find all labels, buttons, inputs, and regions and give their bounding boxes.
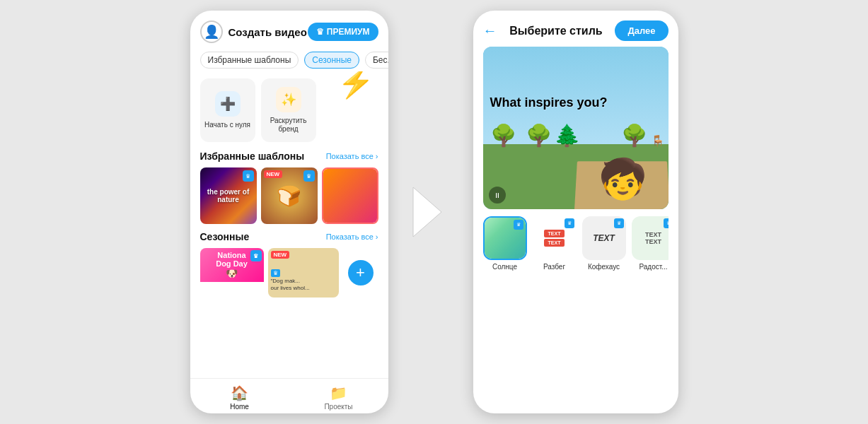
start-from-scratch-card[interactable]: ➕ Начать с нуля (200, 78, 255, 142)
razberg-text-block1: TEXT (544, 230, 565, 237)
razberg-label: Разбег (543, 263, 565, 271)
dog-new-badge: NEW (271, 251, 290, 259)
template-grid: ➕ Начать с нуля ✨ Раскрутить бренд ⚡ (190, 71, 388, 146)
right-phone: ← Выберите стиль Далее 🌳 🌳 🌲 🌳 🪑 🧒 What … (473, 11, 678, 413)
left-phone: 👤 Создать видео ♛ ПРЕМИУМ Избранные шабл… (190, 11, 388, 413)
featured-cards-row: ♛ the power of nature NEW ♛ 🍞 (190, 165, 388, 227)
premium-button[interactable]: ♛ ПРЕМИУМ (308, 23, 378, 41)
coffee-label: Кофехаус (588, 263, 620, 271)
plus-circle-icon: + (348, 260, 374, 285)
next-button[interactable]: Далее (615, 20, 668, 41)
food-card[interactable]: NEW ♛ 🍞 (261, 167, 318, 224)
coffee-crown-badge: ♛ (614, 218, 624, 228)
left-phone-header: 👤 Создать видео ♛ ПРЕМИУМ (190, 11, 388, 49)
next-arrow-icon (410, 184, 452, 240)
tree1-icon: 🌳 (490, 123, 516, 148)
home-icon: 🏠 (231, 384, 248, 401)
style-coffee[interactable]: TEXT ♛ Кофехаус (582, 216, 626, 271)
nature-text: the power of nature (200, 185, 257, 206)
tab-seasonal[interactable]: Сезонные (304, 52, 359, 69)
dog-crown-badge: ♛ (250, 250, 262, 261)
joy-preview-box: TEXTTEXT ♛ (632, 216, 669, 260)
razberg-preview-box: TEXT TEXT ♛ (533, 216, 577, 260)
seasonal-section-header: Сезонные Показать все › (190, 227, 388, 245)
nav-projects[interactable]: 📁 Проекты (289, 384, 388, 411)
joy-crown-badge: ♛ (664, 218, 669, 228)
projects-label: Проекты (324, 403, 352, 411)
scratch-label: Начать с нуля (204, 121, 250, 129)
nature-crown-badge: ♛ (243, 170, 254, 182)
dog-day-title: NationaDog Day (216, 251, 248, 268)
style-grid: ♛ Солнце TEXT TEXT ♛ Разбег (483, 216, 669, 271)
video-controls: ⏸ (489, 187, 506, 204)
lightning-icon: ⚡ (337, 71, 374, 98)
tab-featured[interactable]: Избранные шаблоны (200, 52, 299, 69)
folder-icon: 📁 (330, 384, 347, 401)
back-button[interactable]: ← (483, 23, 497, 39)
bottom-nav: 🏠 Home 📁 Проекты (190, 378, 388, 413)
joy-label: Радост... (639, 263, 667, 271)
tab-free[interactable]: Бес... (365, 52, 388, 69)
video-text-overlay: What inspires you? (490, 95, 613, 111)
header-left: 👤 Создать видео (200, 20, 307, 43)
joy-content: TEXTTEXT (632, 216, 669, 260)
video-overlay-text: What inspires you? (490, 95, 613, 111)
abstract-card[interactable] (322, 167, 378, 224)
pause-button[interactable]: ⏸ (489, 187, 506, 204)
razberg-text-block2: TEXT (544, 239, 565, 247)
arrow-container (410, 184, 452, 240)
style-sun[interactable]: ♛ Солнце (483, 216, 527, 271)
tree2-icon: 🌳 (526, 123, 552, 148)
featured-show-all[interactable]: Показать все › (326, 152, 378, 160)
select-style-title: Выберите стиль (509, 25, 602, 37)
star-icon: ✨ (276, 87, 301, 112)
dog-quote-text: "Dog mak...our lives whol... (271, 278, 336, 291)
seasonal-cards-row: ♛ NationaDog Day 🐶 NEW ♛ "Dog mak...our … (190, 245, 388, 300)
dog-emoji: 🐶 (226, 268, 238, 279)
seasonal-title: Сезонные (200, 231, 250, 242)
create-video-title: Создать видео (228, 26, 307, 38)
coffee-preview-box: TEXT ♛ (582, 216, 626, 260)
seasonal-show-all[interactable]: Показать все › (326, 232, 378, 241)
food-crown-badge: ♛ (303, 170, 315, 182)
featured-section-header: Избранные шаблоны Показать все › (190, 146, 388, 165)
video-preview: 🌳 🌳 🌲 🌳 🪑 🧒 What inspires you? ⏸ (483, 47, 669, 209)
park-background: 🌳 🌳 🌲 🌳 🪑 🧒 (483, 47, 669, 209)
dog-quote-card[interactable]: NEW ♛ "Dog mak...our lives whol... (268, 248, 339, 298)
svg-marker-0 (413, 187, 441, 237)
home-label: Home (230, 403, 249, 411)
coffee-text-icon: TEXT (593, 233, 615, 243)
right-phone-header: ← Выберите стиль Далее (473, 11, 678, 47)
new-badge: NEW (264, 170, 283, 178)
style-section: ♛ Солнце TEXT TEXT ♛ Разбег (473, 209, 678, 413)
sun-preview: ♛ (483, 216, 527, 260)
user-avatar-icon[interactable]: 👤 (200, 20, 223, 43)
tree4-icon: 🌳 (621, 123, 647, 148)
add-card-button[interactable]: + (343, 248, 378, 298)
girl-figure-icon: 🧒 (598, 156, 647, 202)
national-dog-day-card[interactable]: ♛ NationaDog Day 🐶 (200, 248, 264, 298)
brand-card[interactable]: ✨ Раскрутить бренд (261, 78, 316, 142)
razberg-crown-badge: ♛ (565, 218, 574, 228)
category-tabs: Избранные шаблоны Сезонные Бес... (190, 49, 388, 71)
nav-home[interactable]: 🏠 Home (190, 384, 289, 411)
dog-quote-badge: ♛ (271, 265, 336, 278)
style-joy[interactable]: TEXTTEXT ♛ Радост... (632, 216, 669, 271)
bench-icon: 🪑 (651, 134, 665, 148)
plus-icon: ➕ (215, 91, 241, 117)
tree3-icon: 🌲 (554, 123, 580, 148)
sun-crown-badge: ♛ (514, 220, 523, 230)
brand-label: Раскрутить бренд (261, 117, 316, 134)
style-razberg[interactable]: TEXT TEXT ♛ Разбег (533, 216, 577, 271)
crown-icon: ♛ (316, 27, 324, 37)
joy-text: TEXTTEXT (645, 231, 661, 245)
featured-title: Избранные шаблоны (200, 151, 305, 162)
nature-card[interactable]: ♛ the power of nature (200, 167, 257, 224)
sun-label: Солнце (492, 263, 517, 271)
